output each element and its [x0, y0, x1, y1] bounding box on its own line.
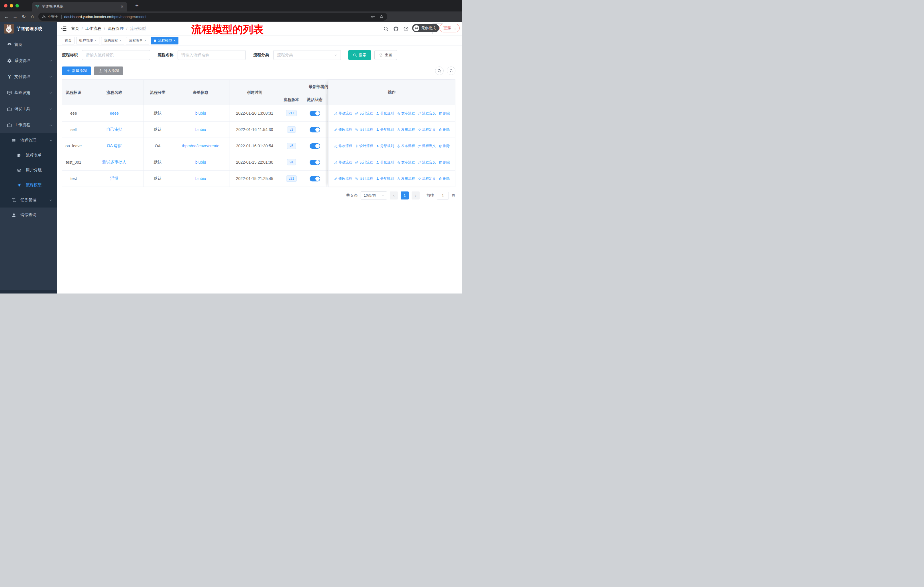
- process-definition-link[interactable]: 流程定义: [417, 144, 436, 149]
- sidebar-item-home[interactable]: 首页: [0, 37, 57, 53]
- publish-process-link[interactable]: 发布流程: [397, 176, 415, 181]
- assign-rule-link[interactable]: 分配规则: [376, 144, 394, 149]
- github-icon[interactable]: [393, 26, 399, 31]
- active-toggle[interactable]: [310, 143, 320, 149]
- breadcrumb-item[interactable]: 工作流程: [85, 26, 101, 31]
- tag-首页[interactable]: 首页: [62, 37, 74, 45]
- page-size-select[interactable]: 10条/页: [361, 192, 387, 200]
- process-definition-link[interactable]: 流程定义: [417, 127, 436, 132]
- new-tab-button[interactable]: +: [134, 2, 140, 9]
- sidebar-item-system[interactable]: 系统管理: [0, 53, 57, 69]
- minimize-window-button[interactable]: [10, 4, 13, 7]
- home-icon[interactable]: ⌂: [28, 14, 37, 20]
- sidebar-item-workflow[interactable]: 工作流程: [0, 117, 57, 133]
- toggle-search-button[interactable]: [435, 66, 444, 75]
- process-key-input[interactable]: [82, 50, 150, 60]
- reload-icon[interactable]: ↻: [20, 14, 28, 20]
- help-icon[interactable]: [403, 26, 409, 31]
- maximize-window-button[interactable]: [15, 4, 19, 7]
- assign-rule-link[interactable]: 分配规则: [376, 111, 394, 116]
- current-page-button[interactable]: 1: [401, 192, 409, 200]
- forward-icon[interactable]: →: [11, 14, 20, 20]
- tab-close-icon[interactable]: ✕: [120, 4, 124, 9]
- delete-link[interactable]: 删除: [439, 176, 450, 181]
- create-process-button[interactable]: 新建流程: [62, 66, 91, 75]
- delete-link[interactable]: 删除: [439, 144, 450, 149]
- assign-rule-link[interactable]: 分配规则: [376, 160, 394, 165]
- design-process-link[interactable]: 设计流程: [355, 111, 373, 116]
- process-name-link[interactable]: OA 请假: [107, 143, 121, 149]
- process-name-link[interactable]: 滔博: [110, 176, 118, 181]
- reset-button[interactable]: 重置: [375, 50, 397, 60]
- browser-update-button[interactable]: 更新 ⋮: [439, 24, 460, 32]
- tag-租户管理[interactable]: 租户管理×: [76, 37, 99, 45]
- breadcrumb-item[interactable]: 流程管理: [108, 26, 124, 31]
- search-icon[interactable]: [383, 26, 389, 31]
- form-link[interactable]: biubiu: [195, 111, 206, 116]
- category-select[interactable]: 流程分类: [273, 50, 341, 60]
- bookmark-star-icon[interactable]: [379, 14, 384, 19]
- browser-menu-icon[interactable]: ⋮: [453, 26, 457, 30]
- design-process-link[interactable]: 设计流程: [355, 144, 373, 149]
- active-toggle[interactable]: [310, 176, 320, 182]
- next-page-button[interactable]: ›: [412, 192, 420, 200]
- import-process-button[interactable]: 导入流程: [94, 66, 123, 75]
- process-name-input[interactable]: [178, 50, 246, 60]
- form-link[interactable]: /bpm/oa/leave/create: [182, 144, 219, 148]
- tag-close-icon[interactable]: ×: [173, 39, 176, 43]
- sidebar-item-task-mgmt[interactable]: 任务管理: [0, 193, 57, 208]
- process-definition-link[interactable]: 流程定义: [417, 111, 436, 116]
- edit-process-link[interactable]: 修改流程: [334, 111, 352, 116]
- process-name-link[interactable]: 测试多审批人: [102, 160, 126, 165]
- publish-process-link[interactable]: 发布流程: [397, 144, 415, 149]
- design-process-link[interactable]: 设计流程: [355, 176, 373, 181]
- collapse-sidebar-icon[interactable]: [61, 25, 67, 32]
- tag-流程表单[interactable]: 流程表单×: [126, 37, 149, 45]
- tag-我的流程[interactable]: 我的流程×: [101, 37, 124, 45]
- sidebar-item-leave-query[interactable]: 请假查询: [0, 208, 57, 222]
- form-link[interactable]: biubiu: [195, 160, 206, 165]
- window-controls[interactable]: [4, 4, 19, 7]
- process-name-link[interactable]: 自己审批: [106, 127, 122, 132]
- edit-process-link[interactable]: 修改流程: [334, 176, 352, 181]
- prev-page-button[interactable]: ‹: [390, 192, 398, 200]
- active-toggle[interactable]: [310, 127, 320, 132]
- assign-rule-link[interactable]: 分配规则: [376, 176, 394, 181]
- tag-close-icon[interactable]: ×: [119, 39, 121, 43]
- assign-rule-link[interactable]: 分配规则: [376, 127, 394, 132]
- refresh-table-button[interactable]: [447, 66, 455, 75]
- delete-link[interactable]: 删除: [439, 127, 450, 132]
- back-icon[interactable]: ←: [2, 14, 11, 20]
- address-bar[interactable]: 不安全 dashboard.yudao.iocoder.cn /bpm/mana…: [38, 13, 387, 21]
- tag-流程模型[interactable]: 流程模型×: [151, 37, 178, 45]
- password-key-icon[interactable]: [371, 14, 375, 19]
- publish-process-link[interactable]: 发布流程: [397, 111, 415, 116]
- process-definition-link[interactable]: 流程定义: [417, 176, 436, 181]
- active-toggle[interactable]: [310, 160, 320, 165]
- logo-row[interactable]: 芋道管理系统: [0, 22, 57, 36]
- goto-page-input[interactable]: [437, 192, 449, 200]
- sidebar-item-infra[interactable]: 基础设施: [0, 85, 57, 101]
- close-window-button[interactable]: [4, 4, 7, 7]
- browser-tab[interactable]: 芋道管理系统 ✕: [32, 2, 127, 12]
- process-name-link[interactable]: eeee: [110, 111, 119, 116]
- sidebar-item-payment[interactable]: ¥支付管理: [0, 69, 57, 85]
- breadcrumb-item[interactable]: 首页: [71, 26, 79, 31]
- design-process-link[interactable]: 设计流程: [355, 160, 373, 165]
- form-link[interactable]: biubiu: [195, 176, 206, 181]
- design-process-link[interactable]: 设计流程: [355, 127, 373, 132]
- publish-process-link[interactable]: 发布流程: [397, 160, 415, 165]
- search-button[interactable]: 搜索: [348, 50, 371, 60]
- edit-process-link[interactable]: 修改流程: [334, 127, 352, 132]
- delete-link[interactable]: 删除: [439, 160, 450, 165]
- sidebar-item-process-mgmt[interactable]: 流程管理: [0, 133, 57, 148]
- edit-process-link[interactable]: 修改流程: [334, 144, 352, 149]
- tag-close-icon[interactable]: ×: [94, 39, 97, 43]
- edit-process-link[interactable]: 修改流程: [334, 160, 352, 165]
- process-definition-link[interactable]: 流程定义: [417, 160, 436, 165]
- publish-process-link[interactable]: 发布流程: [397, 127, 415, 132]
- active-toggle[interactable]: [310, 111, 320, 116]
- sidebar-item-user-group[interactable]: 用户分组: [0, 163, 57, 178]
- sidebar-item-process-model[interactable]: 流程模型: [0, 178, 57, 193]
- tag-close-icon[interactable]: ×: [144, 39, 146, 43]
